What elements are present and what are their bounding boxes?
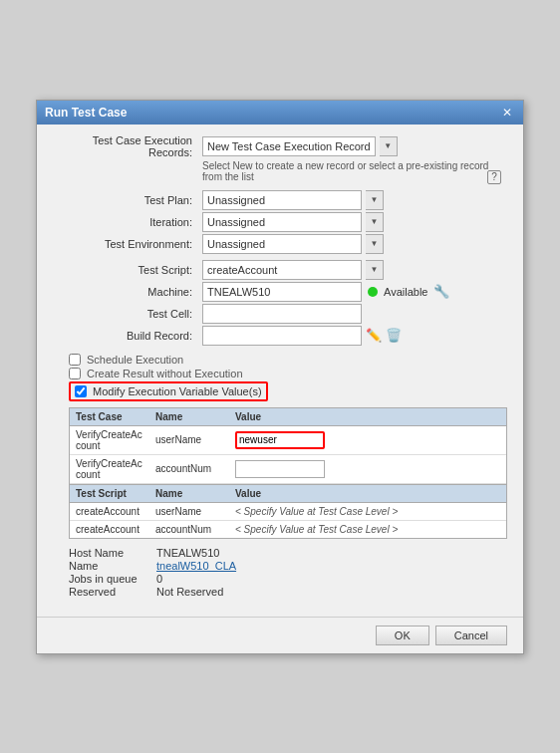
execution-records-dropdown[interactable]: New Test Case Execution Record bbox=[202, 136, 376, 156]
create-result-checkbox[interactable] bbox=[69, 368, 81, 379]
modify-label: Modify Execution Variable Value(s) bbox=[93, 385, 262, 397]
help-icon[interactable]: ? bbox=[487, 170, 501, 184]
jobs-key: Jobs in queue bbox=[69, 573, 148, 585]
table-row: createA​ccount accountNu​m < Specify Val… bbox=[70, 521, 506, 538]
ok-button[interactable]: OK bbox=[376, 626, 429, 645]
build-record-edit-icon[interactable]: ✏️ bbox=[366, 328, 382, 343]
test-plan-label: Test Plan: bbox=[53, 194, 202, 206]
vtable-input-accountnum[interactable] bbox=[235, 460, 325, 478]
test-plan-dropdown-arrow[interactable]: ▼ bbox=[366, 190, 384, 210]
test-script-dropdown[interactable]: createAccount bbox=[202, 260, 362, 280]
test-plan-dropdown[interactable]: Unassigned bbox=[202, 190, 362, 210]
execution-records-label: Test Case Execution Records: bbox=[53, 134, 202, 158]
title-bar: Run Test Case ✕ bbox=[37, 101, 523, 125]
test-cell-label: Test Cell: bbox=[53, 308, 202, 320]
test-script-dropdown-arrow[interactable]: ▼ bbox=[366, 260, 384, 280]
vtable-col1-header: Test Case bbox=[74, 410, 153, 423]
reserved-val: Not Reserved bbox=[156, 586, 223, 598]
modify-execution-highlight: Modify Execution Variable Value(s) bbox=[69, 381, 268, 401]
vtable-col3-header: Value bbox=[233, 410, 502, 423]
vtable-svalue-2: < Specify Value at Test Case Level > bbox=[233, 523, 502, 536]
vtable-s2-col3: Value bbox=[233, 487, 502, 500]
table-row: createA​ccount userName < Specify Value … bbox=[70, 503, 506, 521]
vtable-section2-header: Test Script Name Value bbox=[70, 484, 506, 503]
machine-label: Machine: bbox=[53, 286, 202, 298]
vtable-value-2 bbox=[233, 459, 502, 479]
test-cell-input[interactable] bbox=[202, 304, 362, 324]
vtable-testcase-2: VerifyCr​eateAc​count bbox=[74, 457, 153, 481]
table-row: VerifyCr​eateAc​count userName bbox=[70, 426, 506, 455]
vtable-s2-col2: Name bbox=[153, 487, 233, 500]
build-record-clear-icon[interactable]: 🗑️ bbox=[386, 328, 402, 343]
iteration-dropdown[interactable]: Unassigned bbox=[202, 212, 362, 232]
reserved-key: Reserved bbox=[69, 586, 148, 598]
vtable-sname-2: accountNu​m bbox=[153, 523, 233, 536]
host-name-key: Host Name bbox=[69, 547, 148, 559]
modify-checkbox[interactable] bbox=[75, 385, 87, 397]
execution-records-dropdown-arrow[interactable]: ▼ bbox=[380, 136, 398, 156]
cancel-button[interactable]: Cancel bbox=[435, 626, 507, 645]
info-section: Host Name TNEALW510 Name tnealW510_CLA J… bbox=[69, 547, 507, 598]
name-val[interactable]: tnealW510_CLA bbox=[156, 560, 236, 572]
test-env-dropdown-arrow[interactable]: ▼ bbox=[366, 234, 384, 254]
iteration-dropdown-arrow[interactable]: ▼ bbox=[366, 212, 384, 232]
vtable-section1-header: Test Case Name Value bbox=[70, 408, 506, 426]
dialog-title: Run Test Case bbox=[45, 106, 127, 120]
create-result-label: Create Result without Execution bbox=[87, 368, 243, 379]
machine-status-text: Available bbox=[384, 286, 427, 298]
vtable-svalue-1: < Specify Value at Test Case Level > bbox=[233, 505, 502, 518]
schedule-checkbox[interactable] bbox=[69, 354, 81, 366]
run-test-case-dialog: Run Test Case ✕ ? Test Case Execution Re… bbox=[36, 100, 524, 654]
jobs-val: 0 bbox=[156, 573, 162, 585]
test-script-label: Test Script: bbox=[53, 264, 202, 276]
vtable-input-username[interactable] bbox=[235, 431, 325, 449]
vtable-name-1: userName bbox=[153, 433, 233, 446]
test-env-dropdown[interactable]: Unassigned bbox=[202, 234, 362, 254]
machine-input[interactable] bbox=[202, 282, 362, 302]
vtable-sname-1: userName bbox=[153, 505, 233, 518]
machine-status-dot bbox=[368, 287, 378, 297]
vtable-script-2: createA​ccount bbox=[74, 523, 153, 536]
host-name-val: TNEALW510 bbox=[156, 547, 219, 559]
hint-text: Select New to create a new record or sel… bbox=[202, 160, 507, 182]
build-record-label: Build Record: bbox=[53, 330, 202, 342]
name-key: Name bbox=[69, 560, 148, 572]
table-row: VerifyCr​eateAc​count accountNu​m bbox=[70, 455, 506, 484]
vtable-s2-col1: Test Script bbox=[74, 487, 153, 500]
machine-edit-icon[interactable]: 🔧 bbox=[433, 284, 449, 299]
variable-table: Test Case Name Value VerifyCr​eateAc​cou… bbox=[69, 407, 507, 539]
close-button[interactable]: ✕ bbox=[499, 105, 515, 121]
iteration-label: Iteration: bbox=[53, 216, 202, 228]
vtable-name-2: accountNu​m bbox=[153, 462, 233, 475]
test-env-label: Test Environment: bbox=[53, 238, 202, 250]
vtable-value-1 bbox=[233, 430, 502, 450]
vtable-script-1: createA​ccount bbox=[74, 505, 153, 518]
vtable-col2-header: Name bbox=[153, 410, 233, 423]
schedule-label: Schedule Execution bbox=[87, 354, 183, 366]
button-row: OK Cancel bbox=[37, 617, 523, 653]
vtable-testcase-1: VerifyCr​eateAc​count bbox=[74, 428, 153, 452]
build-record-input[interactable]: Unassigned bbox=[202, 326, 362, 346]
